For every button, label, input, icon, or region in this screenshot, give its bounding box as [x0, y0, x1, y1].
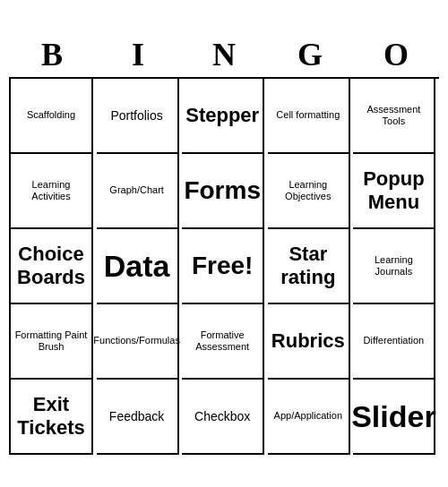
- cell-text-r1-c0: Learning Activities: [14, 179, 88, 202]
- cell-r4-c2: Checkbox: [182, 380, 264, 455]
- cell-text-r0-c3: Cell formatting: [276, 109, 340, 121]
- cell-text-r1-c1: Graph/Chart: [109, 184, 164, 196]
- cell-text-r4-c4: Slider: [351, 398, 435, 435]
- cell-text-r3-c4: Differentiation: [364, 335, 425, 346]
- cell-r4-c1: Feedback: [97, 380, 179, 455]
- cell-text-r1-c4: Popup Menu: [357, 167, 430, 215]
- cell-text-r1-c3: Learning Objectives: [271, 179, 345, 202]
- cell-r1-c0: Learning Activities: [11, 154, 93, 229]
- cell-text-r2-c3: Star rating: [271, 243, 345, 290]
- header-letter-G: G: [269, 36, 351, 73]
- cell-text-r3-c3: Rubrics: [271, 329, 345, 353]
- cell-r0-c0: Scaffolding: [11, 79, 93, 154]
- cell-r3-c2: Formative Assessment: [182, 304, 264, 380]
- cell-r4-c4: Slider: [353, 380, 435, 455]
- cell-r1-c4: Popup Menu: [353, 154, 435, 229]
- cell-r2-c3: Star rating: [268, 229, 350, 304]
- cell-r2-c4: Learning Journals: [353, 229, 435, 304]
- cell-text-r2-c2: Free!: [192, 251, 253, 281]
- cell-text-r0-c0: Scaffolding: [27, 109, 75, 121]
- header-letter-I: I: [97, 36, 179, 73]
- cell-r3-c3: Rubrics: [268, 304, 350, 380]
- bingo-header: BINGO: [9, 32, 439, 77]
- cell-text-r0-c1: Portfolios: [110, 108, 162, 124]
- cell-r3-c0: Formatting Paint Brush: [11, 304, 93, 380]
- cell-text-r2-c4: Learning Journals: [357, 254, 430, 278]
- cell-text-r3-c2: Formative Assessment: [185, 329, 259, 353]
- cell-r4-c0: Exit Tickets: [11, 380, 93, 455]
- cell-r4-c3: App/Application: [268, 380, 350, 455]
- cell-text-r4-c2: Checkbox: [194, 409, 250, 424]
- cell-text-r4-c3: App/Application: [274, 410, 342, 422]
- bingo-grid: ScaffoldingPortfoliosStepperCell formatt…: [9, 77, 439, 455]
- cell-text-r2-c1: Data: [104, 248, 170, 285]
- cell-r2-c1: Data: [97, 229, 179, 304]
- cell-text-r2-c0: Choice Boards: [14, 243, 88, 290]
- cell-r3-c1: Functions/Formulas: [97, 304, 179, 380]
- cell-r0-c4: Assessment Tools: [353, 79, 435, 154]
- header-letter-O: O: [355, 36, 437, 73]
- cell-text-r1-c2: Forms: [184, 175, 261, 206]
- bingo-card: BINGO ScaffoldingPortfoliosStepperCell f…: [9, 32, 439, 455]
- cell-text-r0-c2: Stepper: [185, 104, 259, 127]
- cell-r3-c4: Differentiation: [353, 304, 435, 380]
- cell-r1-c2: Forms: [182, 154, 264, 229]
- cell-r2-c0: Choice Boards: [11, 229, 93, 304]
- cell-text-r0-c4: Assessment Tools: [357, 104, 430, 127]
- cell-text-r3-c0: Formatting Paint Brush: [14, 329, 88, 353]
- cell-text-r4-c0: Exit Tickets: [14, 393, 88, 440]
- cell-r0-c1: Portfolios: [97, 79, 179, 154]
- cell-r0-c2: Stepper: [182, 79, 264, 154]
- header-letter-B: B: [11, 36, 93, 73]
- cell-text-r3-c1: Functions/Formulas: [93, 335, 180, 346]
- cell-text-r4-c1: Feedback: [109, 409, 164, 424]
- cell-r1-c3: Learning Objectives: [268, 154, 350, 229]
- header-letter-N: N: [183, 36, 265, 73]
- cell-r1-c1: Graph/Chart: [97, 154, 179, 229]
- cell-r2-c2: Free!: [182, 229, 264, 304]
- cell-r0-c3: Cell formatting: [268, 79, 350, 154]
